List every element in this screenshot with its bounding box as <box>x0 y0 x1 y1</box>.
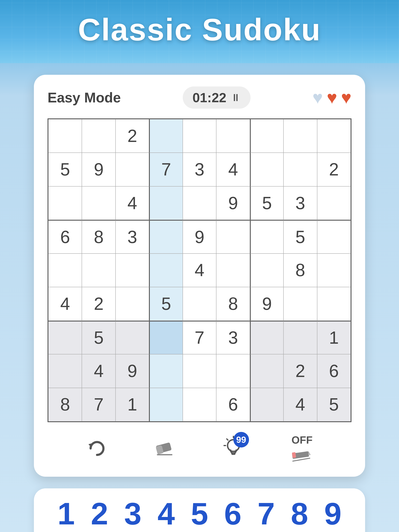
cell[interactable] <box>82 119 115 153</box>
cell[interactable] <box>183 354 216 388</box>
cell[interactable] <box>116 153 149 186</box>
cell[interactable]: 3 <box>116 220 149 253</box>
cell[interactable] <box>283 321 317 354</box>
cell[interactable] <box>149 354 183 388</box>
cell[interactable] <box>149 220 183 253</box>
cell[interactable]: 8 <box>48 388 82 421</box>
cell[interactable] <box>48 119 82 153</box>
sudoku-grid[interactable]: 2597342495368395484258957314926871645 <box>48 118 351 422</box>
cell[interactable]: 7 <box>149 153 183 186</box>
cell[interactable] <box>250 388 283 421</box>
cell[interactable] <box>82 253 115 287</box>
cell[interactable] <box>149 253 183 287</box>
cell[interactable]: 8 <box>82 220 115 253</box>
note-toggle-button[interactable]: OFF <box>291 434 313 463</box>
cell[interactable] <box>48 186 82 220</box>
numpad-9[interactable]: 9 9 <box>324 498 341 532</box>
cell[interactable]: 2 <box>116 119 149 153</box>
cell[interactable] <box>116 287 149 321</box>
cell[interactable] <box>250 220 283 253</box>
cell[interactable] <box>48 253 82 287</box>
hint-button[interactable]: 99 <box>222 436 245 461</box>
cell[interactable] <box>216 220 250 253</box>
cell[interactable]: 7 <box>183 321 216 354</box>
numpad-7[interactable]: 7 7 <box>257 498 275 532</box>
cell[interactable]: 9 <box>116 354 149 388</box>
cell[interactable]: 1 <box>317 321 351 354</box>
cell[interactable] <box>149 119 183 153</box>
cell[interactable]: 9 <box>183 220 216 253</box>
cell[interactable] <box>48 354 82 388</box>
cell[interactable]: 1 <box>116 388 149 421</box>
cell[interactable]: 5 <box>283 220 317 253</box>
cell[interactable] <box>183 388 216 421</box>
cell[interactable]: 9 <box>250 287 283 321</box>
cell[interactable]: 2 <box>317 153 351 186</box>
numpad-8[interactable]: 8 8 <box>291 498 308 532</box>
cell[interactable]: 4 <box>216 153 250 186</box>
svg-marker-14 <box>309 451 311 455</box>
cell[interactable]: 4 <box>82 354 115 388</box>
cell[interactable]: 3 <box>183 153 216 186</box>
numpad-4[interactable]: 4 4 <box>157 498 175 532</box>
app-title: Classic Sudoku <box>0 12 399 48</box>
numpad-3[interactable]: 3 3 <box>124 498 142 532</box>
cell[interactable] <box>250 253 283 287</box>
cell[interactable]: 4 <box>48 287 82 321</box>
cell[interactable]: 3 <box>216 321 250 354</box>
cell[interactable]: 8 <box>216 287 250 321</box>
cell[interactable]: 6 <box>317 354 351 388</box>
cell[interactable] <box>216 119 250 153</box>
cell[interactable]: 4 <box>283 388 317 421</box>
cell[interactable]: 8 <box>283 253 317 287</box>
numpad-1[interactable]: 1 1 <box>58 498 75 532</box>
cell[interactable]: 5 <box>82 321 115 354</box>
undo-button[interactable] <box>86 438 108 459</box>
eraser-button[interactable] <box>154 438 175 459</box>
cell[interactable] <box>149 388 183 421</box>
cell[interactable] <box>183 186 216 220</box>
cell[interactable] <box>283 119 317 153</box>
cell[interactable] <box>317 287 351 321</box>
cell[interactable] <box>317 220 351 253</box>
cell[interactable]: 5 <box>250 186 283 220</box>
cell[interactable] <box>149 186 183 220</box>
cell[interactable]: 5 <box>48 153 82 186</box>
cell[interactable] <box>250 354 283 388</box>
cell[interactable] <box>317 186 351 220</box>
cell[interactable]: 4 <box>183 253 216 287</box>
cell[interactable]: 9 <box>216 186 250 220</box>
timer-pill[interactable]: 01:22 ⏸ <box>183 86 251 109</box>
cell[interactable]: 4 <box>116 186 149 220</box>
cell[interactable] <box>216 354 250 388</box>
cell[interactable]: 5 <box>317 388 351 421</box>
cell[interactable] <box>116 321 149 354</box>
cell[interactable]: 2 <box>283 354 317 388</box>
cell[interactable]: 5 <box>149 287 183 321</box>
cell[interactable]: 6 <box>216 388 250 421</box>
cell[interactable]: 6 <box>48 220 82 253</box>
cell[interactable] <box>183 119 216 153</box>
cell[interactable]: 7 <box>82 388 115 421</box>
cell[interactable] <box>82 186 115 220</box>
cell[interactable] <box>250 119 283 153</box>
cell[interactable] <box>183 287 216 321</box>
cell[interactable] <box>250 153 283 186</box>
cell[interactable] <box>317 119 351 153</box>
mode-label: Easy Mode <box>48 89 121 106</box>
cell[interactable] <box>283 287 317 321</box>
cell[interactable] <box>250 321 283 354</box>
numpad-5[interactable]: 5 5 <box>191 498 208 532</box>
cell[interactable]: 3 <box>283 186 317 220</box>
pause-icon[interactable]: ⏸ <box>231 92 241 103</box>
numpad-6[interactable]: 6 6 <box>224 498 242 532</box>
cell[interactable] <box>283 153 317 186</box>
cell[interactable] <box>216 253 250 287</box>
cell[interactable]: 9 <box>82 153 115 186</box>
cell[interactable] <box>317 253 351 287</box>
cell[interactable] <box>48 321 82 354</box>
numpad-2[interactable]: 2 2 <box>91 498 108 532</box>
cell[interactable]: 2 <box>82 287 115 321</box>
cell[interactable] <box>149 321 183 354</box>
cell[interactable] <box>116 253 149 287</box>
